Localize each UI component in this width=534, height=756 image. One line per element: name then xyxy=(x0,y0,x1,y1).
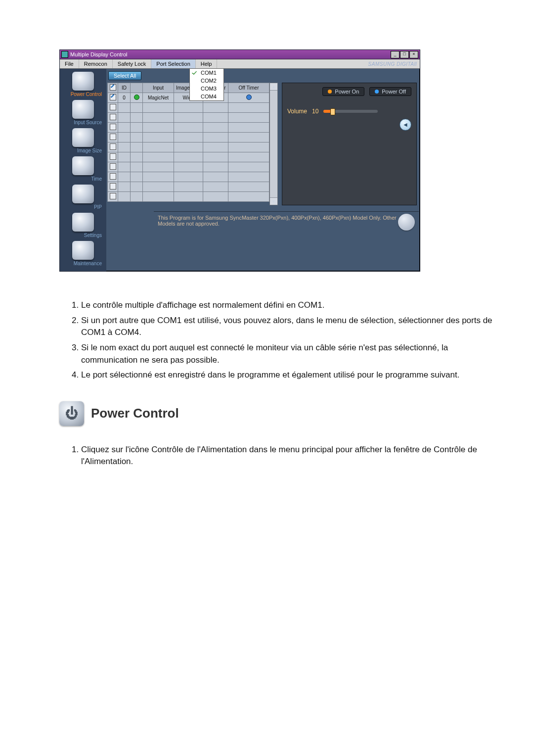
table-row[interactable] xyxy=(108,113,269,123)
port-option-com4[interactable]: COM4 xyxy=(190,93,223,100)
menubar: File Remocon Safety Lock Port Selection … xyxy=(60,59,420,69)
power-icon xyxy=(72,72,94,91)
sidebar-item-image-size[interactable]: Image Size xyxy=(62,128,104,153)
cell-id: 0 xyxy=(118,93,131,103)
app-icon xyxy=(61,51,68,58)
row-checkbox[interactable] xyxy=(110,124,116,130)
row-checkbox[interactable] xyxy=(110,173,116,180)
row-checkbox[interactable] xyxy=(110,94,116,100)
sidebar-item-settings[interactable]: Settings xyxy=(62,213,104,238)
legal-text: This Program is for Samsung SyncMaster 3… xyxy=(158,215,397,227)
time-icon xyxy=(72,156,94,175)
sidebar-item-label: Input Source xyxy=(62,120,104,125)
watermark-icon xyxy=(398,214,415,231)
speaker-icon: ◄ xyxy=(402,121,408,128)
slider-thumb[interactable] xyxy=(330,108,335,115)
maximize-button[interactable]: □ xyxy=(400,51,409,58)
legal-notice: This Program is for Samsung SyncMaster 3… xyxy=(154,211,419,232)
mute-button[interactable]: ◄ xyxy=(400,119,411,131)
titlebar: Multiple Display Control _ □ × xyxy=(60,50,420,59)
sidebar-item-label: Image Size xyxy=(62,148,104,153)
scroll-down-icon[interactable]: ▼ xyxy=(270,197,277,205)
table-row[interactable] xyxy=(108,192,269,202)
power-off-button[interactable]: Power Off xyxy=(369,87,411,96)
menu-port-selection[interactable]: Port Selection xyxy=(151,59,195,68)
power-off-dot-icon xyxy=(375,90,379,94)
col-id[interactable]: ID xyxy=(118,83,131,93)
pip-icon xyxy=(72,185,94,203)
window-title: Multiple Display Control xyxy=(70,51,391,57)
table-row[interactable] xyxy=(108,133,269,142)
input-source-icon xyxy=(72,100,94,119)
row-checkbox[interactable] xyxy=(110,104,116,110)
sidebar-item-label: Power Control xyxy=(62,92,104,97)
volume-label: Volume xyxy=(287,108,307,115)
sidebar-item-pip[interactable]: PIP xyxy=(62,185,104,210)
instruction-list-2: Cliquez sur l'icône Contrôle de l'Alimen… xyxy=(69,444,494,468)
select-all-button[interactable]: Select All xyxy=(108,71,141,80)
port-dropdown: COM1 COM2 COM3 COM4 xyxy=(189,68,224,101)
table-row[interactable] xyxy=(108,142,269,152)
power-on-button[interactable]: Power On xyxy=(322,87,364,96)
status-dot-icon xyxy=(134,94,139,100)
row-checkbox[interactable] xyxy=(110,134,116,140)
brand-label: SAMSUNG DIGITAll xyxy=(365,61,420,67)
device-table: ID Input Image Size On Timer Off Timer xyxy=(107,83,269,205)
col-off-timer[interactable]: Off Timer xyxy=(228,83,269,93)
power-panel: Power On Power Off Volume 10 xyxy=(282,83,417,205)
section-title: Power Control xyxy=(91,404,179,423)
scroll-up-icon[interactable]: ▲ xyxy=(270,83,277,91)
minimize-button[interactable]: _ xyxy=(391,51,400,58)
mdc-window: Multiple Display Control _ □ × File Remo… xyxy=(59,49,420,272)
port-option-com1[interactable]: COM1 xyxy=(190,69,223,77)
table-row[interactable] xyxy=(108,152,269,162)
table-row[interactable] xyxy=(108,182,269,192)
row-checkbox[interactable] xyxy=(110,163,116,170)
power-on-dot-icon xyxy=(328,90,332,94)
header-checkbox[interactable] xyxy=(110,84,116,91)
table-scrollbar[interactable]: ▲ ▼ xyxy=(269,83,278,205)
table-row[interactable]: 0 MagicNet Wide xyxy=(108,93,269,103)
sidebar-item-maintenance[interactable]: Maintenance xyxy=(62,241,104,266)
row-checkbox[interactable] xyxy=(110,153,116,160)
row-checkbox[interactable] xyxy=(110,183,116,189)
image-size-icon xyxy=(72,128,94,147)
maintenance-icon xyxy=(72,241,94,260)
sidebar-item-label: Time xyxy=(62,176,104,182)
sidebar: Power Control Input Source Image Size Ti… xyxy=(60,69,106,271)
port-option-com2[interactable]: COM2 xyxy=(190,77,223,85)
menu-safety-lock[interactable]: Safety Lock xyxy=(113,59,151,68)
row-checkbox[interactable] xyxy=(110,114,116,120)
off-timer-dot-icon xyxy=(246,94,252,100)
list-item: Si le nom exact du port auquel est conne… xyxy=(81,342,494,366)
close-button[interactable]: × xyxy=(409,51,418,58)
col-status-icon xyxy=(131,83,143,93)
cell-magicnet: MagicNet xyxy=(143,93,174,103)
list-item: Le port sélectionné est enregistré dans … xyxy=(81,369,494,381)
table-row[interactable] xyxy=(108,162,269,172)
row-checkbox[interactable] xyxy=(110,143,116,150)
menu-remocon[interactable]: Remocon xyxy=(79,59,113,68)
section-header: ⏻ Power Control xyxy=(59,401,494,426)
power-off-label: Power Off xyxy=(382,89,406,94)
port-option-com3[interactable]: COM3 xyxy=(190,85,223,93)
list-item: Cliquez sur l'icône Contrôle de l'Alimen… xyxy=(81,444,494,468)
list-item: Le contrôle multiple d'affichage est nor… xyxy=(81,299,494,312)
power-control-section-icon: ⏻ xyxy=(59,401,84,426)
table-row[interactable] xyxy=(108,172,269,182)
volume-slider[interactable] xyxy=(323,110,378,113)
sidebar-item-label: Maintenance xyxy=(62,261,104,266)
sidebar-item-time[interactable]: Time xyxy=(62,156,104,182)
sidebar-item-power-control[interactable]: Power Control xyxy=(62,72,104,97)
menu-help[interactable]: Help xyxy=(196,59,218,68)
table-row[interactable] xyxy=(108,123,269,133)
table-row[interactable] xyxy=(108,103,269,113)
power-on-label: Power On xyxy=(335,89,359,94)
menu-file[interactable]: File xyxy=(60,59,79,68)
sidebar-item-input-source[interactable]: Input Source xyxy=(62,100,104,125)
col-input[interactable]: Input xyxy=(143,83,174,93)
settings-icon xyxy=(72,213,94,232)
volume-value: 10 xyxy=(312,108,318,115)
sidebar-item-label: PIP xyxy=(62,204,104,210)
row-checkbox[interactable] xyxy=(110,193,116,199)
